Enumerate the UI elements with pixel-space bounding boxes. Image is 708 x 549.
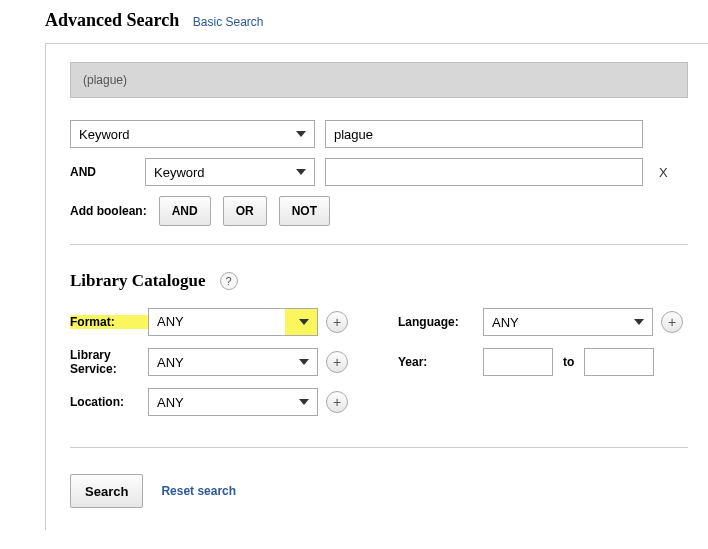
field-select-2[interactable]: Keyword <box>145 158 315 186</box>
service-row: Library Service: ANY + <box>70 347 348 377</box>
reset-search-link[interactable]: Reset search <box>161 484 236 498</box>
help-icon[interactable]: ? <box>220 272 238 290</box>
location-add-button[interactable]: + <box>326 391 348 413</box>
language-select-value: ANY <box>492 315 519 330</box>
filters-area: Format: ANY + Library Service: ANY + Loc… <box>70 307 688 427</box>
service-add-button[interactable]: + <box>326 351 348 373</box>
library-title-row: Library Catalogue ? <box>70 271 688 291</box>
add-boolean-label: Add boolean: <box>70 204 147 218</box>
format-add-button[interactable]: + <box>326 311 348 333</box>
remove-row-button[interactable]: X <box>659 165 668 180</box>
service-select[interactable]: ANY <box>148 348 318 376</box>
search-panel: (plague) Keyword AND Keyword X Add boole… <box>45 43 708 530</box>
library-catalogue-title: Library Catalogue <box>70 271 206 291</box>
page-title: Advanced Search <box>45 10 179 30</box>
title-row: Advanced Search Basic Search <box>45 10 708 31</box>
criteria-row-2: AND Keyword X <box>70 158 688 186</box>
field-select-1-value: Keyword <box>79 127 130 142</box>
or-button[interactable]: OR <box>223 196 267 226</box>
year-to-input[interactable] <box>584 348 654 376</box>
location-row: Location: ANY + <box>70 387 348 417</box>
boolean-row: Add boolean: AND OR NOT <box>70 196 688 226</box>
divider-2 <box>70 447 688 448</box>
location-select-value: ANY <box>157 395 184 410</box>
language-label: Language: <box>398 315 483 329</box>
divider-1 <box>70 244 688 245</box>
format-row: Format: ANY + <box>70 307 348 337</box>
library-service-label: Library Service: <box>70 348 148 377</box>
operator-label: AND <box>70 165 135 179</box>
filters-col-left: Format: ANY + Library Service: ANY + Loc… <box>70 307 348 427</box>
value-input-2[interactable] <box>325 158 643 186</box>
year-row: Year: to <box>398 347 683 377</box>
and-button[interactable]: AND <box>159 196 211 226</box>
field-select-1[interactable]: Keyword <box>70 120 315 148</box>
format-select-value: ANY <box>149 309 285 335</box>
criteria-row-1: Keyword <box>70 120 688 148</box>
query-string-box: (plague) <box>70 62 688 98</box>
format-label: Format: <box>70 315 148 329</box>
filters-col-right: Language: ANY + Year: to <box>398 307 683 427</box>
language-select[interactable]: ANY <box>483 308 653 336</box>
basic-search-link[interactable]: Basic Search <box>193 15 264 29</box>
footer-row: Search Reset search <box>70 474 688 508</box>
location-label: Location: <box>70 395 148 409</box>
language-add-button[interactable]: + <box>661 311 683 333</box>
service-select-value: ANY <box>157 355 184 370</box>
not-button[interactable]: NOT <box>279 196 330 226</box>
location-select[interactable]: ANY <box>148 388 318 416</box>
year-to-label: to <box>563 355 574 369</box>
field-select-2-value: Keyword <box>154 165 205 180</box>
language-row: Language: ANY + <box>398 307 683 337</box>
value-input-1[interactable] <box>325 120 643 148</box>
search-button[interactable]: Search <box>70 474 143 508</box>
format-select[interactable]: ANY <box>148 308 318 336</box>
year-label: Year: <box>398 355 483 369</box>
year-from-input[interactable] <box>483 348 553 376</box>
